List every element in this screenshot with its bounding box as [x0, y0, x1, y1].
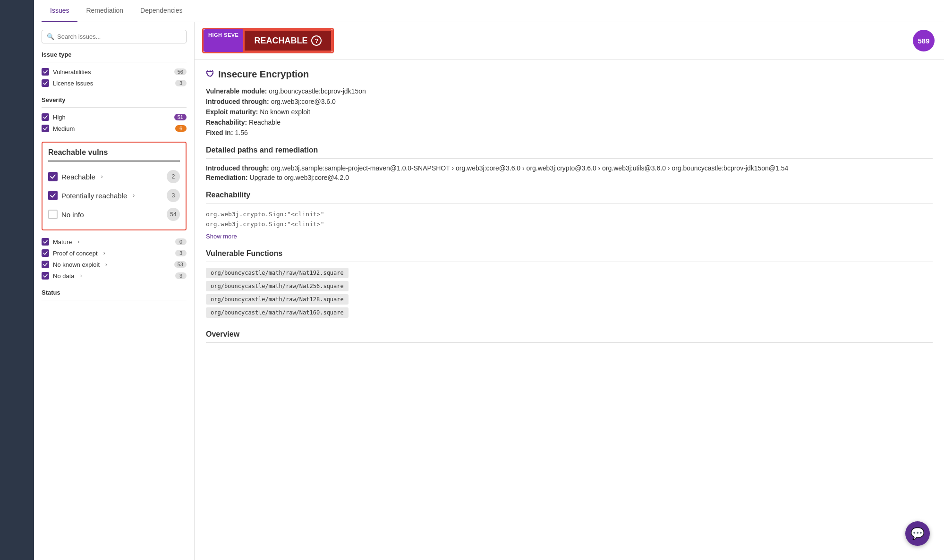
content-area: 🔍 Issue type Vulnerabilities — [34, 22, 944, 560]
checkbox-reachable[interactable] — [48, 172, 58, 181]
overview-section: Overview — [206, 330, 933, 343]
issue-title-text: Insecure Encryption — [218, 69, 309, 80]
reachable-vulns-title: Reachable vulns — [48, 148, 180, 157]
filter-vulnerabilities[interactable]: Vulnerabilities 56 — [42, 66, 187, 77]
issue-body: 🛡 Insecure Encryption Vulnerable module:… — [195, 59, 944, 358]
vulnerable-functions-title: Vulnerable Functions — [206, 249, 933, 262]
checkbox-vulnerabilities[interactable] — [42, 68, 49, 76]
issue-header: HIGH SEVE REACHABLE ? 589 — [195, 22, 944, 59]
checkbox-no-known-exploit[interactable] — [42, 261, 49, 268]
filter-potentially-reachable[interactable]: Potentially reachable › 3 — [48, 186, 180, 205]
filter-no-info[interactable]: No info 54 — [48, 205, 180, 224]
potentially-reachable-label: Potentially reachable — [61, 192, 127, 200]
tab-dependencies[interactable]: Dependencies — [132, 0, 191, 22]
filter-count-no-known-exploit: 53 — [174, 261, 187, 268]
chat-icon: 💬 — [910, 527, 925, 540]
checkbox-medium[interactable] — [42, 125, 49, 132]
checkbox-potentially-reachable[interactable] — [48, 191, 58, 200]
main-content: Issues Remediation Dependencies 🔍 Issue … — [34, 0, 944, 560]
tab-issues[interactable]: Issues — [42, 0, 77, 22]
checkbox-license-issues[interactable] — [42, 79, 49, 87]
issue-title: 🛡 Insecure Encryption — [206, 69, 933, 80]
reachability-section: Reachability org.web3j.crypto.Sign:"<cli… — [206, 191, 933, 240]
tabs-bar: Issues Remediation Dependencies — [34, 0, 944, 22]
status-title: Status — [42, 289, 187, 296]
reachability-path-2: org.web3j.crypto.Sign:"<clinit>" — [206, 219, 933, 229]
reachability-path-1: org.web3j.crypto.Sign:"<clinit>" — [206, 209, 933, 219]
checkbox-mature[interactable] — [42, 238, 49, 246]
vulnerable-functions-section: Vulnerable Functions org/bouncycastle/ma… — [206, 249, 933, 321]
meta-introduced-through: Introduced through: org.web3j:core@3.6.0 — [206, 98, 933, 105]
search-box[interactable]: 🔍 — [42, 30, 187, 43]
help-icon[interactable]: ? — [311, 35, 322, 46]
path-introduced-through: Introduced through: org.web3j.sample:sam… — [206, 164, 933, 172]
filter-label-proof-of-concept: Proof of concept — [53, 250, 98, 257]
exploit-maturity-section: Mature › 0 Proof of concept › — [42, 236, 187, 281]
remediation-row: Remediation: Upgrade to org.web3j:core@4… — [206, 174, 933, 181]
checkbox-high[interactable] — [42, 113, 49, 121]
no-info-label: No info — [61, 211, 84, 219]
filter-label-no-known-exploit: No known exploit — [53, 261, 100, 268]
filter-reachable[interactable]: Reachable › 2 — [48, 167, 180, 186]
filter-proof-of-concept[interactable]: Proof of concept › 3 — [42, 247, 187, 259]
reachable-badge-text: REACHABLE — [254, 36, 307, 46]
filter-label-high: High — [53, 114, 66, 121]
severity-title: Severity — [42, 96, 187, 103]
shield-icon: 🛡 — [206, 69, 214, 79]
meta-fixed-in: Fixed in: 1.56 — [206, 129, 933, 136]
issue-type-filter: Issue type Vulnerabilities 56 — [42, 51, 187, 89]
potentially-reachable-chevron: › — [133, 192, 135, 199]
checkbox-no-data[interactable] — [42, 272, 49, 280]
right-panel: HIGH SEVE REACHABLE ? 589 🛡 Insecure Enc… — [195, 22, 944, 560]
chat-button[interactable]: 💬 — [905, 521, 930, 546]
filter-label-mature: Mature — [53, 238, 72, 246]
reachable-vulns-box: Reachable vulns Reachable › 2 — [42, 142, 187, 230]
filter-mature[interactable]: Mature › 0 — [42, 236, 187, 247]
potentially-reachable-count: 3 — [167, 189, 180, 202]
code-tag-3: org/bouncycastle/math/raw/Nat128.square — [206, 294, 349, 305]
reachability-items: org.web3j.crypto.Sign:"<clinit>" org.web… — [206, 209, 933, 229]
filter-no-data[interactable]: No data › 3 — [42, 270, 187, 281]
exploit-maturity-value: No known exploit — [260, 108, 310, 116]
mature-chevron: › — [77, 238, 79, 245]
code-tag-4: org/bouncycastle/math/raw/Nat160.square — [206, 307, 349, 318]
filter-count-mature: 0 — [175, 238, 187, 245]
meta-exploit-maturity: Exploit maturity: No known exploit — [206, 108, 933, 116]
filter-count-high: 51 — [174, 114, 187, 120]
checkbox-proof-of-concept[interactable] — [42, 249, 49, 257]
search-icon: 🔍 — [47, 33, 54, 40]
filter-label-license-issues: License issues — [53, 80, 93, 87]
code-tag-2: org/bouncycastle/math/raw/Nat256.square — [206, 281, 349, 291]
filter-count-vulnerabilities: 56 — [174, 68, 187, 75]
no-info-count: 54 — [167, 208, 180, 221]
filter-license-issues[interactable]: License issues 3 — [42, 77, 187, 89]
path-introduced-through-value: org.web3j.sample:sample-project-maven@1.… — [271, 164, 789, 172]
filter-high[interactable]: High 51 — [42, 111, 187, 123]
reachable-chevron: › — [101, 173, 103, 180]
introduced-through-value: org.web3j:core@3.6.0 — [271, 98, 336, 105]
proof-of-concept-chevron: › — [103, 250, 105, 256]
issue-type-title: Issue type — [42, 51, 187, 58]
search-input[interactable] — [57, 33, 181, 40]
reachability-value: Reachable — [249, 119, 281, 126]
no-known-exploit-chevron: › — [105, 261, 107, 268]
tab-remediation[interactable]: Remediation — [77, 0, 132, 22]
filter-count-license-issues: 3 — [175, 80, 187, 86]
meta-reachability: Reachability: Reachable — [206, 119, 933, 126]
fixed-in-value: 1.56 — [235, 129, 247, 136]
filter-medium[interactable]: Medium 6 — [42, 123, 187, 134]
filter-label-medium: Medium — [53, 125, 75, 132]
meta-vulnerable-module: Vulnerable module: org.bouncycastle:bcpr… — [206, 87, 933, 95]
reachable-badge: REACHABLE ? — [243, 29, 332, 52]
checkbox-no-info[interactable] — [48, 210, 58, 219]
show-more-link[interactable]: Show more — [206, 233, 933, 240]
reachable-label: Reachable — [61, 173, 95, 181]
reachable-count: 2 — [167, 170, 180, 183]
no-data-chevron: › — [80, 272, 82, 279]
overview-title: Overview — [206, 330, 933, 343]
left-panel: 🔍 Issue type Vulnerabilities — [34, 22, 195, 560]
filter-no-known-exploit[interactable]: No known exploit › 53 — [42, 259, 187, 270]
issue-meta: Vulnerable module: org.bouncycastle:bcpr… — [206, 87, 933, 136]
code-tag-1: org/bouncycastle/math/raw/Nat192.square — [206, 268, 349, 278]
filter-label-vulnerabilities: Vulnerabilities — [53, 68, 91, 76]
